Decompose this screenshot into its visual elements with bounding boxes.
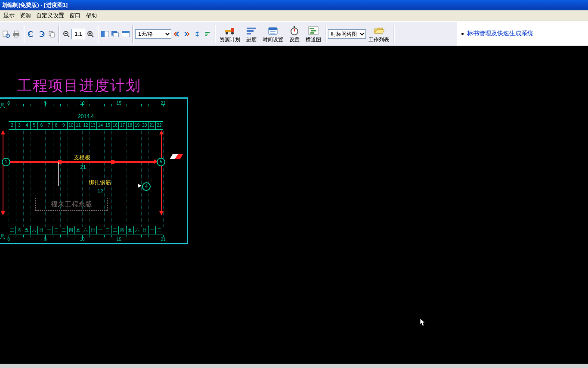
weekday-cell: 五 (75, 226, 82, 234)
task-duration-1: 21 (77, 164, 90, 170)
end-flag-icon (170, 154, 183, 159)
time-settings-label: 时间设置 (263, 36, 283, 44)
day-cell: 9 (60, 122, 68, 129)
weekday-cell: 二 (104, 226, 111, 234)
redo-button[interactable] (36, 28, 46, 40)
weekday-cell: 三 (9, 226, 16, 234)
view-type-combo[interactable]: 时标网络图 (328, 29, 366, 39)
watermark-text: 福来工程永版 (51, 200, 92, 208)
weekday-cell: 日 (38, 226, 45, 234)
task-duration-2: 12 (94, 188, 107, 194)
work-list-button[interactable]: 工作列表 (366, 24, 392, 44)
day-cell: 8 (53, 122, 60, 129)
svg-point-26 (231, 32, 234, 34)
network-node-1[interactable]: 1 (2, 158, 10, 166)
svg-rect-28 (247, 30, 254, 32)
plan-title: 工程项目进度计划 (17, 76, 141, 96)
progress-label: 进度 (246, 36, 257, 44)
bid-management-link[interactable]: 标书管理及快速生成系统 (467, 30, 533, 37)
day-cell: 6 (38, 122, 45, 129)
svg-rect-15 (101, 31, 105, 37)
zoom-in-button[interactable] (85, 28, 96, 40)
svg-rect-3 (15, 31, 18, 33)
day-cell: 12 (82, 122, 90, 129)
ruler-label-top: 尺 (0, 102, 5, 109)
menu-help[interactable]: 帮助 (83, 11, 99, 20)
copy-button[interactable] (46, 28, 57, 40)
menu-window[interactable]: 窗口 (67, 11, 83, 20)
svg-rect-29 (247, 33, 251, 34)
svg-rect-40 (310, 32, 314, 34)
task-label-1: 支模板 (69, 154, 95, 162)
drawing-canvas[interactable]: 工程项目进度计划 尺 05101521 2014.4 2345678910111… (0, 46, 588, 368)
svg-rect-38 (309, 28, 314, 29)
network-node-4[interactable]: 4 (142, 182, 151, 191)
day-cell: 10 (68, 122, 75, 129)
weekday-cell: 四 (16, 226, 23, 234)
layout-cascade-button[interactable] (110, 28, 121, 40)
menu-custom-settings[interactable]: 自定义设置 (34, 11, 67, 20)
weekday-cell: 四 (68, 226, 75, 234)
status-bar (0, 364, 588, 368)
day-cell: 3 (16, 122, 23, 129)
resource-plan-button[interactable]: 资源计划 (217, 24, 243, 44)
day-cell: 13 (90, 122, 97, 129)
svg-rect-35 (294, 26, 295, 28)
progress-icon (245, 25, 257, 36)
layout-split-button[interactable] (100, 28, 110, 40)
shrink-left-icon[interactable] (171, 28, 182, 40)
time-unit-combo[interactable]: 1天/格 (135, 29, 171, 39)
weekday-cell: 六 (134, 226, 141, 234)
weekday-cell: 日 (141, 226, 149, 234)
svg-rect-23 (225, 30, 231, 32)
top-ruler: 05101521 (9, 100, 163, 106)
weekday-cell: 一 (149, 226, 156, 234)
menu-resource[interactable]: 资源 (17, 11, 34, 20)
svg-rect-17 (113, 33, 118, 37)
zoom-level-box[interactable]: 1:1 (71, 29, 85, 39)
link-panel: 标书管理及快速生成系统 (457, 22, 588, 46)
calendar-icon (267, 25, 279, 36)
svg-rect-31 (269, 28, 277, 30)
zoom-out-button[interactable] (61, 28, 71, 40)
print-preview-button[interactable] (1, 28, 11, 40)
bullet-icon (461, 33, 464, 35)
expand-right-icon[interactable] (182, 28, 192, 40)
svg-line-9 (68, 35, 69, 37)
menu-display[interactable]: 显示 (1, 11, 17, 20)
undo-button[interactable] (26, 28, 36, 40)
task-bar-marker (58, 160, 62, 164)
weekday-cell: 二 (156, 226, 163, 234)
svg-rect-0 (3, 31, 7, 36)
truck-icon (224, 25, 236, 36)
schedule-chart[interactable]: 尺 05101521 2014.4 2345678910111213141516… (0, 97, 188, 244)
day-cell: 14 (97, 122, 104, 129)
main-toolbar: 1:1 1天/格 资源计划 进度 (0, 21, 588, 47)
gantt-button[interactable]: 横道图 (303, 24, 324, 44)
weekday-cell: 日 (90, 226, 97, 234)
folder-open-icon (373, 25, 385, 36)
month-label: 2014.4 (78, 113, 94, 119)
progress-button[interactable]: 进度 (243, 24, 260, 44)
task-link-vertical (58, 162, 59, 186)
stopwatch-icon (288, 25, 300, 36)
layout-single-button[interactable] (121, 28, 131, 40)
day-cell: 20 (141, 122, 149, 129)
weekday-cell: 五 (127, 226, 134, 234)
sort-icon[interactable] (202, 28, 213, 40)
settings-button[interactable]: 设置 (286, 24, 303, 44)
weekday-cell: 三 (111, 226, 119, 234)
weekday-cell: 三 (60, 226, 68, 234)
window-title-text: 划编制(免费版) - [进度图1] (2, 2, 68, 8)
weekday-row: 三四五六日一二三四五六日一二三四五六日一二 (9, 226, 163, 234)
day-cell: 7 (45, 122, 53, 129)
day-cell: 19 (134, 122, 141, 129)
print-button[interactable] (11, 28, 22, 40)
network-node-5[interactable]: 5 (157, 158, 165, 166)
svg-line-13 (92, 35, 93, 37)
time-settings-button[interactable]: 时间设置 (260, 24, 286, 44)
day-numbers-row: 2345678910111213141516171819202122 (9, 121, 163, 130)
weekday-cell: 四 (119, 226, 126, 234)
align-icon[interactable] (192, 28, 202, 40)
task-label-2: 绑扎钢筋 (83, 179, 117, 187)
